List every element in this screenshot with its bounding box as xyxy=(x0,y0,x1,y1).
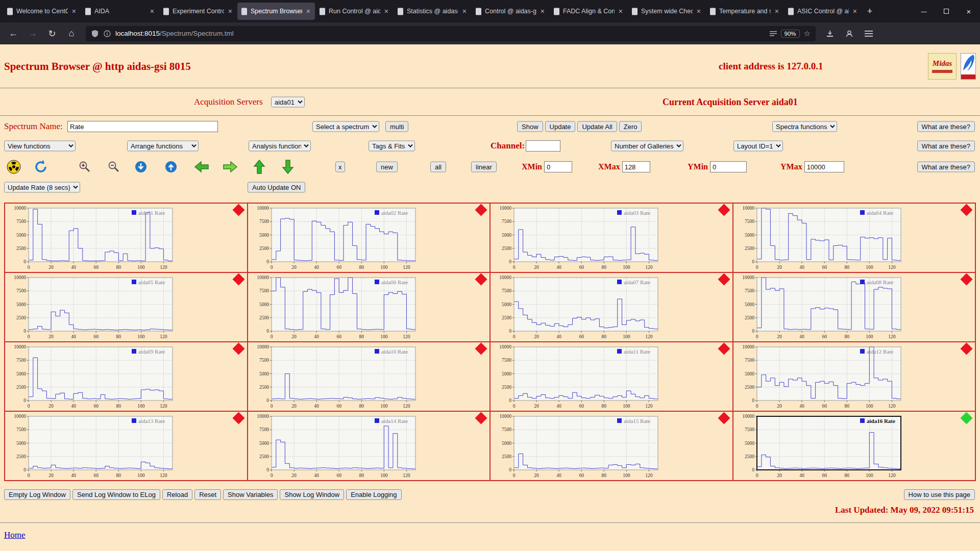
window-maximize-button[interactable] xyxy=(935,0,958,22)
spectrum-chart[interactable]: 025005000750010000020406080100120aida16 … xyxy=(736,413,904,479)
footer-button-empty-log-window[interactable]: Empty Log Window xyxy=(4,489,70,500)
plot-cell-aida10[interactable]: 025005000750010000020406080100120aida10 … xyxy=(248,342,491,411)
acquisition-server-select[interactable]: aida01 xyxy=(271,96,305,107)
plot-cell-aida07[interactable]: 025005000750010000020406080100120aida07 … xyxy=(490,272,733,342)
spectrum-chart[interactable]: 025005000750010000020406080100120aida01 … xyxy=(7,205,176,270)
plot-cell-aida01[interactable]: 025005000750010000020406080100120aida01 … xyxy=(5,203,248,272)
ymin-input[interactable] xyxy=(710,161,747,172)
plot-cell-aida14[interactable]: 025005000750010000020406080100120aida14 … xyxy=(248,411,491,481)
back-button[interactable]: ← xyxy=(5,26,21,41)
window-minimize-button[interactable]: ─ xyxy=(913,0,935,22)
tags-fits-dropdown[interactable]: Tags & Fits xyxy=(369,141,415,152)
zoom-level-badge[interactable]: 90% xyxy=(781,30,800,38)
tracking-shield-icon[interactable] xyxy=(91,30,99,38)
browser-tab-11[interactable]: ASIC Control @ aid× xyxy=(784,3,862,20)
plot-status-diamond-icon[interactable] xyxy=(475,342,487,355)
plot-cell-aida05[interactable]: 025005000750010000020406080100120aida05 … xyxy=(5,272,248,342)
bookmark-star-icon[interactable]: ☆ xyxy=(804,29,811,38)
what-are-these-button-2[interactable]: What are these? xyxy=(917,141,975,152)
plot-cell-aida13[interactable]: 025005000750010000020406080100120aida13 … xyxy=(5,411,248,481)
plot-cell-aida06[interactable]: 025005000750010000020406080100120aida06 … xyxy=(248,272,491,342)
window-close-button[interactable]: × xyxy=(958,0,980,22)
browser-tab-9[interactable]: System wide Check× xyxy=(628,3,705,20)
footer-button-show-log-window[interactable]: Show Log Window xyxy=(280,489,344,500)
footer-button-send-log-window-to-elog[interactable]: Send Log Window to ELog xyxy=(72,489,160,500)
tab-close-icon[interactable]: × xyxy=(774,7,780,15)
pan-left-icon[interactable] xyxy=(194,160,209,173)
spectrum-name-input[interactable] xyxy=(67,121,218,132)
zoom-out-icon[interactable] xyxy=(107,160,120,173)
tab-close-icon[interactable]: × xyxy=(696,7,702,15)
refresh-spectra-icon[interactable] xyxy=(33,159,48,174)
radiation-icon[interactable] xyxy=(6,159,21,174)
spectrum-chart[interactable]: 025005000750010000020406080100120aida02 … xyxy=(250,205,419,270)
linear-button[interactable]: linear xyxy=(471,162,497,172)
spectrum-chart[interactable]: 025005000750010000020406080100120aida12 … xyxy=(736,344,904,409)
browser-tab-2[interactable]: AIDA× xyxy=(81,3,159,20)
plot-status-diamond-icon[interactable] xyxy=(960,342,972,355)
tab-close-icon[interactable]: × xyxy=(540,7,546,15)
plot-cell-aida03[interactable]: 025005000750010000020406080100120aida03 … xyxy=(490,203,733,272)
spectrum-chart[interactable]: 025005000750010000020406080100120aida13 … xyxy=(7,413,176,479)
plot-status-diamond-icon[interactable] xyxy=(960,412,972,424)
plot-status-diamond-icon[interactable] xyxy=(960,273,972,285)
zero-button[interactable]: Zero xyxy=(619,121,642,132)
url-bar[interactable]: localhost:8015/Spectrum/Spectrum.tml 90%… xyxy=(86,26,816,41)
ymax-input[interactable] xyxy=(804,161,844,172)
channel-input[interactable] xyxy=(526,140,560,152)
browser-tab-8[interactable]: FADC Align & Conf× xyxy=(550,3,627,20)
spectra-functions-dropdown[interactable]: Spectra functions xyxy=(772,121,837,132)
plot-cell-aida09[interactable]: 025005000750010000020406080100120aida09 … xyxy=(5,342,248,411)
update-rate-dropdown[interactable]: Update Rate (8 secs) xyxy=(4,182,80,193)
y-scale-down-icon[interactable] xyxy=(134,160,148,173)
tab-close-icon[interactable]: × xyxy=(618,7,624,15)
spectrum-chart[interactable]: 025005000750010000020406080100120aida05 … xyxy=(7,274,176,340)
select-spectrum-dropdown[interactable]: Select a spectrum xyxy=(312,121,379,132)
plot-status-diamond-icon[interactable] xyxy=(475,412,487,424)
shift-up-icon[interactable] xyxy=(253,159,266,174)
x-button[interactable]: x xyxy=(335,162,345,172)
plot-status-diamond-icon[interactable] xyxy=(232,412,244,424)
plot-status-diamond-icon[interactable] xyxy=(475,273,487,285)
spectrum-chart[interactable]: 025005000750010000020406080100120aida09 … xyxy=(7,344,176,409)
all-button[interactable]: all xyxy=(430,162,446,172)
new-tab-button[interactable]: + xyxy=(862,4,877,19)
what-are-these-button-3[interactable]: What are these? xyxy=(917,162,975,172)
home-link[interactable]: Home xyxy=(4,530,26,540)
reload-button[interactable]: ↻ xyxy=(44,26,60,41)
spectrum-chart[interactable]: 025005000750010000020406080100120aida04 … xyxy=(736,205,904,270)
new-button[interactable]: new xyxy=(376,162,398,172)
arrange-functions-dropdown[interactable]: Arrange functions xyxy=(127,141,199,152)
browser-tab-7[interactable]: Control @ aidas-gs× xyxy=(472,3,549,20)
footer-button-show-variables[interactable]: Show Variables xyxy=(223,489,278,500)
account-icon[interactable] xyxy=(841,26,857,41)
tab-close-icon[interactable]: × xyxy=(149,7,155,15)
spectrum-chart[interactable]: 025005000750010000020406080100120aida06 … xyxy=(250,274,419,340)
plot-status-diamond-icon[interactable] xyxy=(232,204,244,216)
tab-close-icon[interactable]: × xyxy=(227,7,233,15)
what-are-these-button-1[interactable]: What are these? xyxy=(917,121,975,132)
browser-tab-4[interactable]: Spectrum Browser× xyxy=(237,3,315,20)
forward-button[interactable]: → xyxy=(24,26,41,41)
multi-button[interactable]: multi xyxy=(385,121,408,132)
tab-close-icon[interactable]: × xyxy=(71,7,77,15)
spectrum-chart[interactable]: 025005000750010000020406080100120aida11 … xyxy=(493,344,661,409)
auto-update-button[interactable]: Auto Update ON xyxy=(248,182,305,193)
plot-status-diamond-icon[interactable] xyxy=(232,342,244,355)
spectrum-chart[interactable]: 025005000750010000020406080100120aida14 … xyxy=(250,413,419,479)
tab-close-icon[interactable]: × xyxy=(305,7,311,15)
galleries-dropdown[interactable]: Number of Galleries xyxy=(611,141,683,152)
how-to-use-button[interactable]: How to use this page xyxy=(904,489,975,500)
save-to-pocket-icon[interactable] xyxy=(822,26,838,41)
zoom-in-icon[interactable] xyxy=(78,160,91,173)
plot-cell-aida12[interactable]: 025005000750010000020406080100120aida12 … xyxy=(733,342,976,411)
update-button[interactable]: Update xyxy=(545,121,576,132)
view-functions-dropdown[interactable]: View functions xyxy=(4,141,76,152)
plot-cell-aida15[interactable]: 025005000750010000020406080100120aida15 … xyxy=(490,411,733,481)
plot-cell-aida11[interactable]: 025005000750010000020406080100120aida11 … xyxy=(490,342,733,411)
plot-status-diamond-icon[interactable] xyxy=(718,412,730,424)
layout-id-dropdown[interactable]: Layout ID=1 xyxy=(733,141,783,152)
plot-status-diamond-icon[interactable] xyxy=(718,273,730,285)
tab-close-icon[interactable]: × xyxy=(461,7,468,15)
footer-button-enable-logging[interactable]: Enable Logging xyxy=(346,489,401,500)
